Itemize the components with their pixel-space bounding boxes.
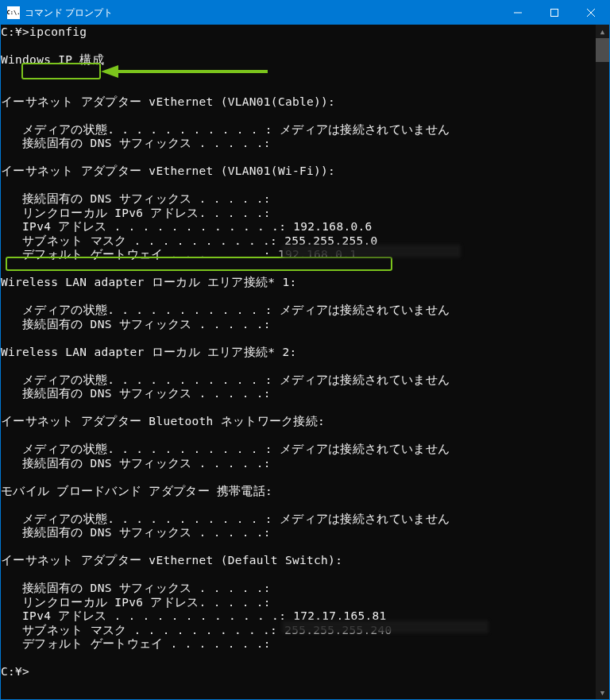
maximize-icon	[550, 9, 558, 17]
minimize-icon	[514, 9, 522, 17]
cmd-icon: C:\.	[7, 6, 20, 19]
redaction-blur	[282, 245, 461, 257]
close-button[interactable]	[573, 1, 609, 25]
maximize-button[interactable]	[536, 1, 573, 25]
svg-rect-1	[551, 10, 558, 17]
scrollbar-thumb[interactable]	[596, 38, 609, 62]
terminal-content[interactable]: C:¥>ipconfig Windows IP 構成 イーサネット アダプター …	[1, 25, 609, 699]
scrollbar-down-button[interactable]: ▼	[596, 686, 609, 699]
terminal-output[interactable]: C:¥>ipconfig Windows IP 構成 イーサネット アダプター …	[1, 25, 596, 699]
minimize-button[interactable]	[500, 1, 536, 25]
window-title: コマンド プロンプト	[25, 6, 113, 20]
titlebar[interactable]: C:\. コマンド プロンプト	[1, 1, 609, 25]
vertical-scrollbar[interactable]: ▲ ▼	[596, 25, 609, 699]
close-icon	[587, 9, 595, 17]
command-prompt-window: C:\. コマンド プロンプト C:¥>ipconfig Windows IP …	[0, 0, 610, 700]
redaction-blur	[282, 621, 488, 633]
scrollbar-up-button[interactable]: ▲	[596, 25, 609, 38]
